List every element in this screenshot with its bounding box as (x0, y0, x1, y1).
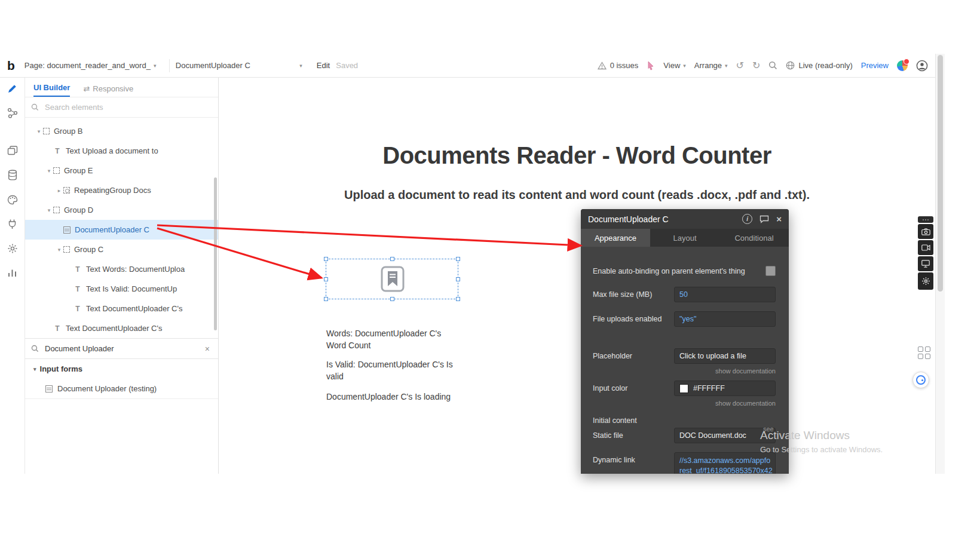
close-icon[interactable]: × (776, 214, 782, 224)
arrange-menu[interactable]: Arrange ▾ (694, 61, 728, 70)
tree-item-text-words[interactable]: TText Words: DocumentUploa (25, 259, 218, 279)
tree-item-documentuploader-c[interactable]: DocumentUploader C (25, 220, 218, 240)
caret-down-icon[interactable]: ▾ (45, 168, 53, 174)
placeholder-input[interactable]: Click to upload a file (674, 348, 776, 364)
caret-down-icon[interactable]: ▾ (35, 128, 43, 134)
activate-windows-watermark: Activate Windows (760, 429, 850, 442)
show-documentation-link[interactable]: show documentation (715, 367, 776, 375)
tab-responsive[interactable]: ⇄ Responsive (83, 84, 133, 97)
tree-item-group-d[interactable]: ▾Group D (25, 200, 218, 220)
show-documentation-link[interactable]: show documentation (715, 400, 776, 407)
selected-uploader-element[interactable] (326, 259, 458, 299)
caret-right-icon[interactable]: ▸ (55, 188, 63, 194)
tab-layout[interactable]: Layout (650, 229, 719, 247)
video-camera-icon[interactable] (918, 240, 933, 255)
tree-item-group-e[interactable]: ▾Group E (25, 161, 218, 180)
search-elements-row (25, 97, 218, 118)
pages-icon[interactable] (7, 145, 19, 157)
design-canvas[interactable]: Documents Reader - Word Counter Upload a… (219, 78, 935, 474)
issues-button[interactable]: 0 issues (598, 61, 639, 70)
scrollbar-thumb[interactable] (938, 55, 943, 292)
auto-binding-checkbox[interactable] (765, 266, 776, 276)
settings-gear-icon[interactable] (7, 243, 19, 254)
caret-down-icon[interactable]: ▾ (55, 247, 63, 253)
plugins-icon[interactable] (7, 218, 19, 230)
logs-chart-icon[interactable] (7, 267, 19, 279)
library-item-document-uploader[interactable]: Document Uploader (testing) (25, 379, 218, 399)
resize-handle-w[interactable] (324, 277, 328, 281)
window-scrollbar[interactable] (935, 54, 945, 474)
resize-handle-nw[interactable] (324, 257, 328, 261)
page-subtitle[interactable]: Upload a document to read its content an… (219, 188, 935, 202)
input-color-input[interactable]: #FFFFFF (674, 381, 776, 396)
tree-item-group-b[interactable]: ▾Group B (25, 121, 218, 141)
element-selector[interactable]: DocumentUploader C ▾ (176, 61, 302, 70)
max-file-size-input[interactable]: 50 (674, 287, 776, 302)
view-menu[interactable]: View ▾ (663, 61, 685, 70)
tab-conditional[interactable]: Conditional (719, 229, 789, 247)
resize-handle-e[interactable] (456, 277, 460, 281)
activate-windows-watermark-sub: Go to Settings to activate Windows. (760, 445, 883, 454)
divider (169, 59, 170, 72)
dynamic-link-input[interactable]: //s3.amazonaws.com/appfo rest_uf/f161890… (674, 452, 776, 474)
text-is-loading[interactable]: DocumentUploader C's Is loading (326, 391, 451, 403)
text-element-icon: T (74, 305, 82, 313)
tree-scrollbar[interactable] (214, 177, 217, 330)
info-icon[interactable]: i (742, 214, 752, 224)
toolbar-drag-handle[interactable] (918, 216, 933, 223)
dynamic-link-line: rest_uf/f1618905853570x42 (679, 466, 773, 474)
resize-handle-s[interactable] (390, 297, 394, 301)
resize-handle-sw[interactable] (324, 297, 328, 301)
design-pencil-icon[interactable] (7, 82, 19, 94)
tree-item-text-uploader-cs[interactable]: TText DocumentUploader C's (25, 299, 218, 318)
toolbar-gear-icon[interactable] (918, 272, 933, 290)
tree-item-text-uploader-cs-2[interactable]: TText DocumentUploader C's (25, 318, 218, 338)
workflow-icon[interactable] (7, 107, 19, 119)
chevron-down-icon: ▾ (683, 63, 686, 69)
data-icon[interactable] (7, 169, 19, 181)
resize-handle-se[interactable] (456, 297, 460, 301)
bubble-logo[interactable]: b (7, 59, 15, 73)
tree-item-group-c[interactable]: ▾Group C (25, 240, 218, 259)
tree-item-repeatinggroup-docs[interactable]: ▸RepeatingGroup Docs (25, 180, 218, 200)
file-uploads-enabled-input[interactable]: "yes" (674, 311, 776, 327)
tree-item-text-upload[interactable]: TText Upload a document to (25, 141, 218, 161)
search-icon[interactable] (768, 61, 777, 70)
capacity-usage-icon[interactable] (897, 60, 908, 71)
tree-item-text-isvalid[interactable]: TText Is Valid: DocumentUp (25, 279, 218, 299)
live-readonly-toggle[interactable]: Live (read-only) (786, 61, 852, 70)
edit-mode-button[interactable]: Edit (317, 61, 330, 70)
tree-item-label: Text DocumentUploader C's (66, 324, 162, 333)
search-elements-input[interactable] (44, 102, 189, 112)
redo-icon[interactable]: ↻ (752, 60, 760, 71)
clear-search-icon[interactable]: × (203, 344, 212, 354)
components-grid-icon[interactable] (918, 346, 930, 359)
color-swatch[interactable] (679, 384, 688, 393)
row-dynamic-link: Dynamic link //s3.amazonaws.com/appfo re… (593, 452, 776, 474)
property-editor-header[interactable]: DocumentUploader C i × (581, 209, 789, 229)
resize-handle-ne[interactable] (456, 257, 460, 261)
uploader-element-icon (45, 385, 53, 392)
section-input-forms[interactable]: ▾ Input forms (25, 359, 218, 379)
user-avatar-icon[interactable] (916, 60, 928, 72)
undo-icon[interactable]: ↺ (736, 60, 744, 71)
caret-down-icon[interactable]: ▾ (45, 207, 53, 213)
preview-button[interactable]: Preview (861, 61, 889, 70)
page-selector[interactable]: Page: document_reader_and_word_ ▾ (24, 61, 163, 70)
tab-ui-builder[interactable]: UI Builder (33, 83, 70, 97)
text-is-valid[interactable]: Is Valid: DocumentUploader C's Is valid (326, 358, 453, 382)
presentation-icon[interactable] (918, 256, 933, 271)
screenshot-camera-icon[interactable] (918, 224, 933, 239)
comment-icon[interactable] (760, 215, 769, 223)
text-words-count[interactable]: Words: DocumentUploader C's Word Count (326, 327, 441, 351)
tab-appearance[interactable]: Appearance (581, 229, 650, 247)
resize-handle-n[interactable] (390, 257, 394, 261)
debugger-icon[interactable] (912, 372, 929, 388)
page-title[interactable]: Documents Reader - Word Counter (219, 142, 935, 169)
styles-palette-icon[interactable] (7, 194, 19, 206)
group-icon (53, 167, 60, 174)
section-label: Input forms (40, 364, 83, 373)
tree-item-label: Text DocumentUploader C's (86, 304, 182, 313)
repeating-group-icon (63, 187, 70, 194)
element-library-search-input[interactable] (44, 344, 198, 354)
